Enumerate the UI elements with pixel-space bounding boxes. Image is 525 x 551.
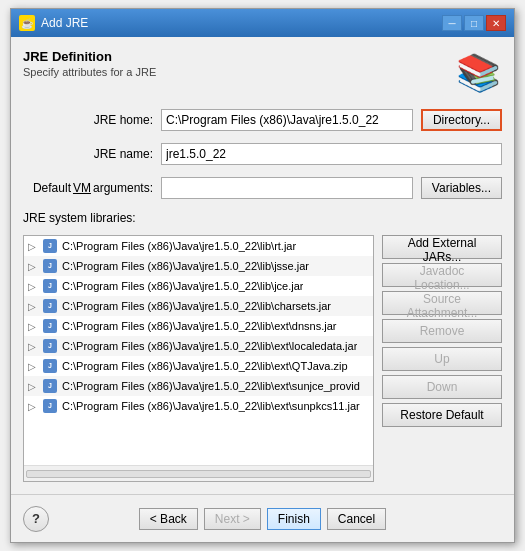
library-path: C:\Program Files (x86)\Java\jre1.5.0_22\… [62,340,357,352]
expand-arrow: ▷ [28,281,38,292]
list-item[interactable]: ▷ J C:\Program Files (x86)\Java\jre1.5.0… [24,396,373,416]
list-item[interactable]: ▷ J C:\Program Files (x86)\Java\jre1.5.0… [24,376,373,396]
main-content: JRE Definition Specify attributes for a … [11,37,514,494]
up-button[interactable]: Up [382,347,502,371]
library-path: C:\Program Files (x86)\Java\jre1.5.0_22\… [62,240,296,252]
jar-icon: J [42,238,58,254]
close-button[interactable]: ✕ [486,15,506,31]
window-icon: ☕ [19,15,35,31]
vm-underline: VM [73,181,91,195]
expand-arrow: ▷ [28,361,38,372]
jar-icon: J [42,298,58,314]
expand-arrow: ▷ [28,341,38,352]
maximize-button[interactable]: □ [464,15,484,31]
list-item[interactable]: ▷ J C:\Program Files (x86)\Java\jre1.5.0… [24,276,373,296]
expand-arrow: ▷ [28,321,38,332]
libraries-section: ▷ J C:\Program Files (x86)\Java\jre1.5.0… [23,235,502,482]
jre-name-row: JRE name: [23,143,502,165]
list-item[interactable]: ▷ J C:\Program Files (x86)\Java\jre1.5.0… [24,236,373,256]
minimize-button[interactable]: ─ [442,15,462,31]
jar-icon: J [42,378,58,394]
header-icon: 📚 [454,49,502,97]
libraries-list: ▷ J C:\Program Files (x86)\Java\jre1.5.0… [24,236,373,465]
side-buttons: Add External JARs... Javadoc Location...… [382,235,502,482]
list-item[interactable]: ▷ J C:\Program Files (x86)\Java\jre1.5.0… [24,316,373,336]
vm-args-label-default: Default [33,181,71,195]
titlebar-controls: ─ □ ✕ [442,15,506,31]
footer-center: < Back Next > Finish Cancel [139,508,386,530]
jre-home-input[interactable] [161,109,413,131]
list-item[interactable]: ▷ J C:\Program Files (x86)\Java\jre1.5.0… [24,296,373,316]
add-external-jars-button[interactable]: Add External JARs... [382,235,502,259]
library-path: C:\Program Files (x86)\Java\jre1.5.0_22\… [62,360,348,372]
javadoc-location-button[interactable]: Javadoc Location... [382,263,502,287]
jar-icon: J [42,358,58,374]
window: ☕ Add JRE ─ □ ✕ JRE Definition Specify a… [10,8,515,543]
titlebar-left: ☕ Add JRE [19,15,88,31]
back-button[interactable]: < Back [139,508,198,530]
header-section: JRE Definition Specify attributes for a … [23,49,502,97]
horizontal-scrollbar[interactable] [26,470,371,478]
jar-icon: J [42,338,58,354]
next-button[interactable]: Next > [204,508,261,530]
library-path: C:\Program Files (x86)\Java\jre1.5.0_22\… [62,300,331,312]
libraries-list-container: ▷ J C:\Program Files (x86)\Java\jre1.5.0… [23,235,374,482]
jre-home-label: JRE home: [23,113,153,127]
jar-icon: J [42,318,58,334]
titlebar: ☕ Add JRE ─ □ ✕ [11,9,514,37]
scrollbar-area [24,465,373,481]
page-title: JRE Definition [23,49,156,64]
source-attachment-button[interactable]: Source Attachment... [382,291,502,315]
jre-home-row: JRE home: Directory... [23,109,502,131]
libraries-label: JRE system libraries: [23,211,502,225]
down-button[interactable]: Down [382,375,502,399]
expand-arrow: ▷ [28,261,38,272]
list-item[interactable]: ▷ J C:\Program Files (x86)\Java\jre1.5.0… [24,256,373,276]
window-title: Add JRE [41,16,88,30]
finish-button[interactable]: Finish [267,508,321,530]
page-subtitle: Specify attributes for a JRE [23,66,156,78]
list-item[interactable]: ▷ J C:\Program Files (x86)\Java\jre1.5.0… [24,356,373,376]
vm-args-row: Default VM arguments: Variables... [23,177,502,199]
restore-default-button[interactable]: Restore Default [382,403,502,427]
library-path: C:\Program Files (x86)\Java\jre1.5.0_22\… [62,320,337,332]
jar-icon: J [42,278,58,294]
library-path: C:\Program Files (x86)\Java\jre1.5.0_22\… [62,400,360,412]
jre-name-input[interactable] [161,143,502,165]
jar-icon: J [42,398,58,414]
expand-arrow: ▷ [28,401,38,412]
footer: ? < Back Next > Finish Cancel [11,494,514,542]
vm-args-label-rest: arguments: [93,181,153,195]
jre-name-label: JRE name: [23,147,153,161]
remove-button[interactable]: Remove [382,319,502,343]
library-path: C:\Program Files (x86)\Java\jre1.5.0_22\… [62,280,303,292]
books-icon: 📚 [456,52,501,94]
vm-args-label: Default VM arguments: [23,181,153,195]
variables-button[interactable]: Variables... [421,177,502,199]
footer-left: ? [23,506,53,532]
list-item[interactable]: ▷ J C:\Program Files (x86)\Java\jre1.5.0… [24,336,373,356]
expand-arrow: ▷ [28,381,38,392]
library-path: C:\Program Files (x86)\Java\jre1.5.0_22\… [62,260,309,272]
library-path: C:\Program Files (x86)\Java\jre1.5.0_22\… [62,380,360,392]
header-text: JRE Definition Specify attributes for a … [23,49,156,78]
jar-icon: J [42,258,58,274]
expand-arrow: ▷ [28,241,38,252]
cancel-button[interactable]: Cancel [327,508,386,530]
expand-arrow: ▷ [28,301,38,312]
directory-button[interactable]: Directory... [421,109,502,131]
help-button[interactable]: ? [23,506,49,532]
vm-args-input[interactable] [161,177,413,199]
